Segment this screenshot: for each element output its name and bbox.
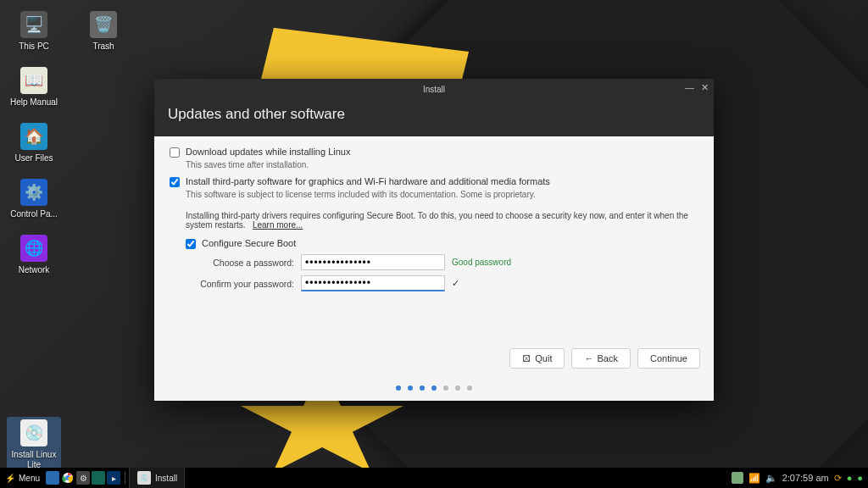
taskbar: Menu ⚙ ▸ 💿 Install 📶 🔈 2:07:59 am ⟳ ● ●	[0, 468, 868, 488]
progress-dot	[408, 385, 413, 391]
window-header: Updates and other software	[154, 99, 714, 136]
icon-label: Control Pa...	[10, 209, 58, 219]
desktop-icon-user-files[interactable]: 🏠 User Files	[7, 120, 61, 166]
tray-volume-icon[interactable]: 🔈	[765, 473, 777, 484]
back-icon: ←	[584, 353, 593, 363]
quit-icon: ⛝	[522, 353, 531, 363]
window-content: Download updates while installing Linux …	[154, 136, 714, 401]
system-tray: 📶 🔈 2:07:59 am ⟳ ● ●	[732, 468, 868, 488]
option-third-party: Install third-party software for graphic…	[170, 176, 698, 187]
back-button[interactable]: ←Back	[571, 348, 630, 369]
taskbar-files-icon[interactable]	[46, 471, 59, 485]
secure-boot-note: Installing third-party drivers requires …	[186, 211, 698, 230]
icon-label: Help Manual	[10, 97, 58, 108]
progress-dot	[420, 385, 425, 391]
taskbar-terminal-icon[interactable]: ▸	[107, 471, 120, 485]
icon-label: User Files	[14, 153, 53, 164]
minimize-button[interactable]: —	[685, 82, 694, 93]
taskbar-app-icon[interactable]	[92, 471, 105, 485]
button-row: ⛝Quit ←Back Continue	[509, 348, 700, 369]
desktop-icon-this-pc[interactable]: 🖥️ This PC	[7, 8, 61, 54]
password-strength: Good password	[452, 258, 511, 267]
icon-label: Network	[19, 265, 50, 275]
third-party-checkbox[interactable]	[170, 177, 180, 187]
icon-label: Trash	[92, 42, 114, 52]
desktop-icons: 🖥️ This PC 🗑️ Trash 📖 Help Manual 🏠 User…	[7, 8, 131, 473]
desktop-icon-network[interactable]: 🌐 Network	[7, 232, 61, 278]
start-menu-button[interactable]: Menu	[0, 468, 45, 488]
window-title: Install	[423, 85, 445, 94]
confirm-password-input[interactable]	[301, 275, 445, 291]
choose-password-row: Choose a password: Good password	[186, 254, 698, 270]
progress-dot	[455, 385, 460, 391]
tray-clock[interactable]: 2:07:59 am	[782, 473, 829, 483]
progress-dot	[443, 385, 448, 391]
close-button[interactable]: ✕	[701, 82, 709, 93]
tray-icon[interactable]: ●	[847, 473, 853, 483]
choose-password-input[interactable]	[301, 254, 445, 270]
secure-boot-label[interactable]: Configure Secure Boot	[202, 238, 296, 248]
installer-window: Install — ✕ Updates and other software D…	[154, 79, 714, 401]
progress-dots	[154, 385, 714, 391]
confirm-password-label: Confirm your password:	[186, 279, 294, 289]
task-icon: 💿	[137, 471, 151, 485]
titlebar[interactable]: Install — ✕	[154, 79, 714, 99]
tray-updates-icon[interactable]: ⟳	[834, 473, 842, 484]
desktop-icon-trash[interactable]: 🗑️ Trash	[76, 8, 131, 54]
third-party-sub: This software is subject to license term…	[186, 190, 698, 199]
quit-button[interactable]: ⛝Quit	[509, 348, 565, 369]
desktop-icon-install-linux-lite[interactable]: 💿 Install Linux Lite	[7, 417, 61, 473]
continue-button[interactable]: Continue	[637, 348, 700, 369]
download-updates-sub: This saves time after installation.	[186, 160, 698, 169]
taskbar-task-install[interactable]: 💿 Install	[129, 468, 185, 488]
learn-more-link[interactable]: Learn more...	[253, 220, 303, 230]
page-heading: Updates and other software	[168, 106, 700, 123]
desktop-icon-help-manual[interactable]: 📖 Help Manual	[7, 64, 61, 110]
secure-boot-checkbox[interactable]	[186, 239, 196, 249]
tray-icon[interactable]: ●	[857, 473, 863, 483]
option-download-updates: Download updates while installing Linux	[170, 147, 698, 158]
option-secure-boot: Configure Secure Boot	[186, 238, 698, 249]
confirm-check-icon: ✓	[452, 278, 459, 289]
download-updates-label[interactable]: Download updates while installing Linux	[186, 147, 350, 157]
icon-label: This PC	[19, 42, 49, 52]
confirm-password-row: Confirm your password: ✓	[186, 275, 698, 291]
download-updates-checkbox[interactable]	[170, 147, 180, 158]
desktop-icon-control-panel[interactable]: ⚙️ Control Pa...	[7, 176, 61, 222]
tray-wifi-icon[interactable]: 📶	[748, 473, 760, 484]
progress-dot	[396, 385, 401, 391]
progress-dot	[431, 385, 437, 391]
taskbar-settings-icon[interactable]: ⚙	[76, 471, 90, 485]
tray-usb-icon[interactable]	[732, 472, 743, 484]
taskbar-chrome-icon[interactable]	[61, 471, 75, 485]
progress-dot	[467, 385, 472, 391]
taskbar-separator	[125, 472, 125, 484]
choose-password-label: Choose a password:	[186, 258, 294, 268]
third-party-label[interactable]: Install third-party software for graphic…	[186, 176, 550, 186]
